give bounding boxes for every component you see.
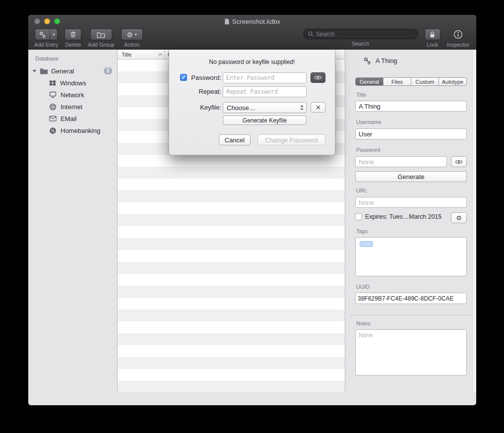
key-icon — [363, 57, 372, 65]
percent-coin-icon — [49, 127, 57, 134]
close-x-icon — [316, 105, 320, 110]
entry-header: A Thing — [363, 57, 397, 65]
toolbar-item-action: ⚙ ▾ Action — [121, 29, 143, 48]
eye-icon — [455, 159, 463, 165]
sidebar-item-internet[interactable]: Internet — [28, 101, 117, 113]
column-header-title[interactable]: Title — [118, 50, 165, 59]
password-field[interactable] — [355, 156, 447, 167]
sidebar-item-homebanking[interactable]: Homebanking — [28, 124, 117, 136]
titlebar: Screenshot.kdbx — [28, 15, 476, 28]
globe-icon — [49, 103, 57, 111]
notes-field[interactable] — [355, 329, 467, 375]
inspector-scrollbar[interactable] — [472, 50, 476, 392]
dialog-message: No password or keyfile supplied! — [169, 59, 335, 65]
stepper-arrows-icon — [300, 104, 304, 111]
toolbar-item-delete: Delete — [64, 29, 81, 48]
sidebar-item-general[interactable]: General 2 — [28, 65, 117, 77]
clear-keyfile-button[interactable] — [311, 102, 325, 113]
sidebar-item-label: Homebanking — [61, 127, 100, 134]
key-plus-icon[interactable] — [35, 29, 50, 40]
search-input[interactable]: Search — [303, 29, 418, 39]
url-field-label: URL — [356, 187, 367, 193]
notes-field-label: Notes — [356, 320, 371, 326]
dialog-password-input[interactable] — [223, 72, 307, 83]
sidebar: Database General 2 Windows Network Inter… — [28, 50, 118, 392]
envelope-icon — [49, 116, 57, 122]
sidebar-item-label: Windows — [60, 79, 86, 87]
add-group-button[interactable] — [90, 29, 112, 40]
change-password-button[interactable]: Change Password — [257, 134, 325, 145]
toolbar-item-add-entry: ▾ Add Entry — [34, 29, 58, 48]
eye-icon — [314, 75, 322, 80]
tab-general[interactable]: General — [356, 78, 383, 85]
expires-row: Expires: Tues…March 2015 — [355, 213, 447, 220]
tab-custom[interactable]: Custom — [411, 78, 439, 85]
action-button[interactable]: ⚙ ▾ — [121, 29, 143, 40]
generate-password-button[interactable]: Generate — [355, 171, 467, 182]
password-checkbox[interactable]: ✓ — [180, 74, 187, 81]
search-placeholder: Search — [316, 31, 335, 38]
sidebar-section-header: Database — [35, 56, 117, 62]
sort-ascending-icon — [158, 53, 162, 56]
disclosure-triangle-icon[interactable] — [32, 69, 37, 73]
window-title: Screenshot.kdbx — [28, 15, 476, 28]
add-entry-label: Add Entry — [34, 42, 58, 48]
trash-icon — [69, 31, 77, 38]
title-field-label: Title — [356, 92, 366, 98]
url-field[interactable] — [355, 197, 467, 208]
tab-autotype[interactable]: Autotype — [439, 78, 466, 85]
document-icon — [224, 18, 230, 25]
inspector-panel: A Thing General Files Custom Autotype Ti… — [345, 50, 476, 392]
keyfile-dropdown[interactable]: Choose… — [223, 102, 307, 113]
generate-keyfile-button[interactable]: Generate Keyfile — [223, 116, 307, 125]
sidebar-item-label: EMail — [61, 115, 77, 123]
lock-label: Lock — [427, 42, 438, 48]
reveal-password-button[interactable] — [451, 156, 467, 167]
folder-plus-icon — [97, 31, 105, 38]
expires-checkbox[interactable] — [355, 213, 362, 220]
expires-settings-button[interactable]: ⚙ — [451, 212, 467, 223]
delete-label: Delete — [65, 42, 81, 48]
column-title-label: Title — [122, 52, 131, 58]
add-group-label: Add Group — [88, 42, 114, 48]
sidebar-item-windows[interactable]: Windows — [28, 77, 117, 89]
dialog-keyfile-label: Keyfile: — [189, 102, 221, 113]
sidebar-item-network[interactable]: Network — [28, 89, 117, 101]
tags-box[interactable] — [355, 237, 467, 276]
chevron-down-icon: ▾ — [135, 32, 137, 37]
gear-icon: ⚙ — [126, 31, 133, 38]
keyfile-dropdown-value: Choose… — [227, 104, 255, 112]
uuid-field-label: UUID — [356, 284, 370, 290]
magnifier-icon — [308, 31, 314, 37]
sidebar-item-email[interactable]: EMail — [28, 113, 117, 124]
toolbar-item-lock: Lock — [425, 29, 441, 48]
add-entry-dropdown-arrow[interactable]: ▾ — [50, 29, 57, 40]
window-title-text: Screenshot.kdbx — [232, 18, 280, 25]
lock-button[interactable] — [425, 29, 441, 40]
cancel-button[interactable]: Cancel — [219, 134, 251, 145]
group-count-badge: 2 — [104, 67, 112, 74]
info-circle-icon — [453, 30, 463, 39]
username-field-label: Username — [356, 119, 381, 125]
change-password-dialog: No password or keyfile supplied! ✓ Passw… — [169, 50, 335, 155]
tab-files[interactable]: Files — [383, 78, 411, 85]
inspector-tabs: General Files Custom Autotype — [355, 77, 467, 86]
windows-icon — [49, 80, 56, 86]
add-entry-button[interactable]: ▾ — [35, 29, 58, 40]
toolbar-item-search: Search Search — [303, 29, 418, 47]
password-field-label: Password — [356, 147, 380, 153]
tag-token[interactable] — [360, 241, 373, 247]
inspector-label: Inspector — [447, 42, 469, 48]
dialog-repeat-input[interactable] — [223, 86, 307, 97]
uuid-field[interactable] — [355, 293, 467, 304]
toolbar-item-add-group: Add Group — [88, 29, 114, 48]
title-field[interactable] — [355, 101, 467, 112]
sidebar-item-label: Network — [61, 91, 84, 99]
app-window: Screenshot.kdbx ▾ Add Entry Delete — [28, 15, 476, 405]
inspector-button[interactable] — [453, 29, 463, 40]
delete-button[interactable] — [64, 29, 81, 40]
padlock-icon — [429, 31, 436, 38]
username-field[interactable] — [355, 128, 467, 139]
dialog-reveal-password-button[interactable] — [311, 72, 325, 83]
toolbar-item-inspector: Inspector — [447, 29, 469, 48]
